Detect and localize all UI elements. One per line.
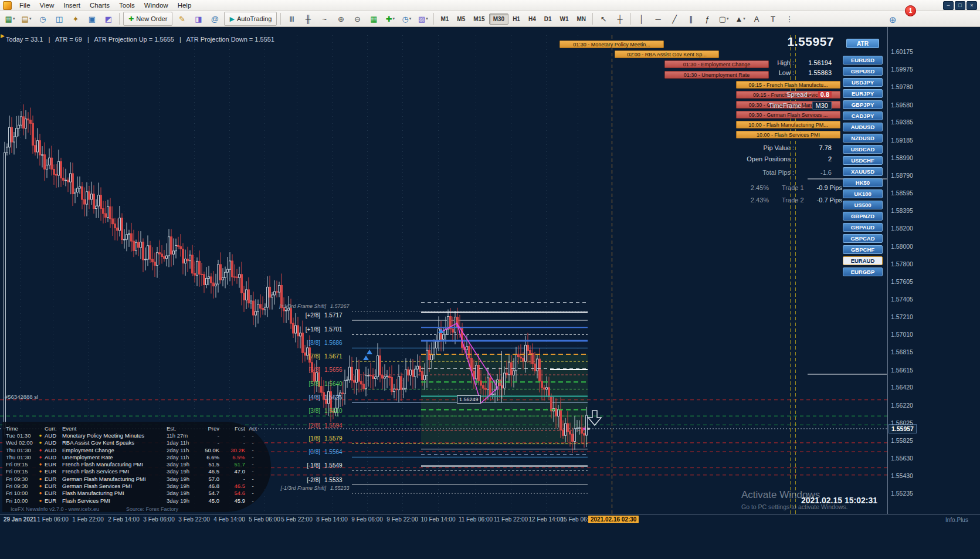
timeframe-m5[interactable]: M5 <box>453 13 469 25</box>
timeframe-h4[interactable]: H4 <box>524 13 540 25</box>
bar-chart-mode-icon[interactable]: ||| <box>284 12 299 26</box>
zoom-in-icon[interactable]: ⊕ <box>333 12 348 26</box>
timeframe-m15[interactable]: M15 <box>469 13 489 25</box>
new-chart-dropdown-icon[interactable]: ▾ <box>13 16 15 21</box>
symbol-cadjpy[interactable]: CADJPY <box>843 111 883 120</box>
vertical-line-icon[interactable]: │ <box>634 12 649 26</box>
shapes-icon[interactable]: ▢▾ <box>716 12 731 26</box>
price-tick: 1.56420 <box>891 384 913 391</box>
server-datetime: 2021.02.15 15:02:31 <box>801 496 877 505</box>
symbol-hk50[interactable]: HK50 <box>843 178 883 187</box>
navigator-icon[interactable]: ✦ <box>68 12 83 26</box>
templates-icon[interactable]: ▨▾ <box>415 12 430 26</box>
tile-windows-icon[interactable]: ▦ <box>366 12 381 26</box>
candlestick-mode-icon[interactable]: ╫ <box>300 12 316 26</box>
terminal-icon[interactable]: ▣ <box>84 12 100 26</box>
objects-list-icon[interactable]: ⋮ <box>782 12 797 26</box>
symbol-eurgbp[interactable]: EURGBP <box>843 267 883 276</box>
metaeditor-icon[interactable]: ✎ <box>174 12 189 26</box>
menu-tools[interactable]: Tools <box>114 1 140 10</box>
profiles-dropdown-icon[interactable]: ▾ <box>29 16 32 21</box>
timeframe-h1[interactable]: H1 <box>508 13 524 25</box>
menu-help[interactable]: Help <box>173 1 196 10</box>
close-button[interactable]: × <box>967 1 977 10</box>
menu-insert[interactable]: Insert <box>59 1 85 10</box>
time-label: 10 Feb 14:00 <box>416 516 460 523</box>
options-icon[interactable]: @ <box>207 12 222 26</box>
symbol-xauusd[interactable]: XAUUSD <box>843 167 883 176</box>
timeframe-m30[interactable]: M30 <box>489 13 508 25</box>
minimize-button[interactable]: – <box>943 1 954 10</box>
symbol-uk100[interactable]: UK100 <box>843 189 883 198</box>
price-tick: 1.58395 <box>891 207 913 214</box>
collapse-marker-icon[interactable]: ▶ <box>1 33 5 39</box>
arrows-dropdown-icon[interactable]: ▾ <box>743 16 745 21</box>
menu-charts[interactable]: Charts <box>85 1 114 10</box>
price-tick: 1.55630 <box>891 455 913 462</box>
new-order-button[interactable]: ✚New Order <box>123 12 172 26</box>
murrey-label: [7/8]1.5671 <box>292 353 343 360</box>
periods-icon[interactable]: ◷▾ <box>399 12 414 26</box>
timeframe-value: M30 <box>812 101 832 110</box>
templates-dropdown-icon[interactable]: ▾ <box>426 16 428 21</box>
timeframe-d1[interactable]: D1 <box>540 13 556 25</box>
menu-window[interactable]: Window <box>140 1 173 10</box>
impact-dot-icon: ● <box>36 498 45 503</box>
symbol-gbpnzd[interactable]: GBPNZD <box>843 212 883 221</box>
line-chart-mode-icon[interactable]: ~ <box>317 12 332 26</box>
text-icon[interactable]: A <box>749 12 764 26</box>
profiles-icon[interactable]: ▤▾ <box>19 12 34 26</box>
shapes-dropdown-icon[interactable]: ▾ <box>727 16 729 21</box>
chart-window-icon[interactable]: ◨ <box>191 12 206 26</box>
horizontal-line-icon[interactable]: ─ <box>650 12 666 26</box>
equidistant-channel-icon[interactable]: ∥ <box>683 12 698 26</box>
symbol-eurusd[interactable]: EURUSD <box>843 56 883 65</box>
toolbar-separator <box>630 13 631 25</box>
data-window-icon[interactable]: ◫ <box>52 12 67 26</box>
impact-dot-icon: ● <box>36 476 45 482</box>
timeframe-m1[interactable]: M1 <box>436 13 453 25</box>
price-tick: 1.55825 <box>891 437 913 444</box>
symbol-gbpaud[interactable]: GBPAUD <box>843 223 883 232</box>
price-axis[interactable]: 1.55957 1.601751.599751.597801.595801.59… <box>887 27 980 514</box>
magnifier-icon[interactable]: ⊕ <box>889 15 897 25</box>
high-label: High : <box>711 59 794 66</box>
symbol-us500[interactable]: US500 <box>843 201 883 209</box>
price-tick: 1.59975 <box>891 66 913 73</box>
menu-file[interactable]: File <box>15 1 35 10</box>
menu-bar: FileViewInsertChartsToolsWindowHelp – □ … <box>0 0 980 11</box>
symbol-audusd[interactable]: AUDUSD <box>843 123 883 131</box>
news-event-label: 02:00 - RBA Assist Gov Kent Sp... <box>615 50 719 58</box>
text-label-icon[interactable]: T <box>765 12 781 26</box>
fibonacci-icon[interactable]: ƒ <box>700 12 715 26</box>
indicators-icon[interactable]: ✚▾ <box>382 12 398 26</box>
crosshair-icon[interactable]: ┼ <box>612 12 628 26</box>
autotrading-button[interactable]: ▶AutoTrading <box>224 12 277 26</box>
menu-view[interactable]: View <box>35 1 59 10</box>
time-axis[interactable]: 2021.02.16 02:30 Info.Plus 29 Jan 20211 … <box>0 514 980 559</box>
timeframe-mn[interactable]: MN <box>573 13 591 25</box>
zoom-out-icon[interactable]: ⊖ <box>350 12 365 26</box>
indicators-dropdown-icon[interactable]: ▾ <box>393 16 395 21</box>
timeframe-w1[interactable]: W1 <box>556 13 573 25</box>
new-chart-icon[interactable]: ▦▾ <box>2 12 18 26</box>
maximize-button[interactable]: □ <box>955 1 965 10</box>
symbol-usdjpy[interactable]: USDJPY <box>843 78 883 87</box>
symbol-euraud[interactable]: EURAUD <box>843 256 883 265</box>
symbol-gbpchf[interactable]: GBPCHF <box>843 245 883 254</box>
arrows-icon[interactable]: ▲▾ <box>733 12 748 26</box>
symbol-nzdusd[interactable]: NZDUSD <box>843 134 883 143</box>
strategy-tester-icon[interactable]: ◩ <box>101 12 116 26</box>
symbol-gbpusd[interactable]: GBPUSD <box>843 67 883 76</box>
symbol-usdcad[interactable]: USDCAD <box>843 145 883 154</box>
symbol-gbpjpy[interactable]: GBPJPY <box>843 100 883 109</box>
symbol-eurjpy[interactable]: EURJPY <box>843 89 883 98</box>
atr-button[interactable]: ATR <box>846 39 879 48</box>
notification-badge[interactable]: 1 <box>905 5 916 16</box>
symbol-usdchf[interactable]: USDCHF <box>843 156 883 165</box>
symbol-gbpcad[interactable]: GBPCAD <box>843 234 883 243</box>
trendline-icon[interactable]: ╱ <box>667 12 682 26</box>
cursor-icon[interactable]: ↖ <box>596 12 611 26</box>
periods-dropdown-icon[interactable]: ▾ <box>409 16 412 21</box>
market-watch-icon[interactable]: ◷ <box>35 12 50 26</box>
